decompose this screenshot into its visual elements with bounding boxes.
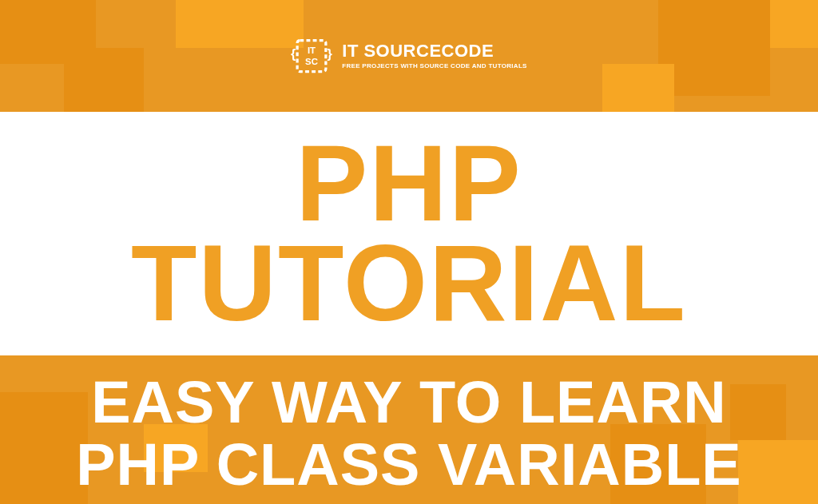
svg-text:SC: SC	[305, 57, 318, 66]
brand-icon: IT SC { }	[291, 35, 332, 77]
subtitle-line1: EASY WAY TO LEARN	[91, 371, 727, 434]
svg-text:{: {	[291, 46, 296, 61]
subtitle-section: EASY WAY TO LEARN PHP CLASS VARIABLE	[0, 355, 818, 504]
svg-text:IT: IT	[308, 46, 316, 55]
svg-text:}: }	[328, 46, 332, 61]
brand-name: IT SOURCECODE	[342, 42, 526, 60]
main-title-line2: TUTORIAL	[131, 234, 687, 333]
main-title-line1: PHP	[296, 134, 522, 233]
main-title-band: PHP TUTORIAL	[0, 112, 818, 355]
header: IT SC { } IT SOURCECODE FREE PROJECTS WI…	[0, 0, 818, 112]
brand-text: IT SOURCECODE FREE PROJECTS WITH SOURCE …	[342, 42, 526, 69]
tutorial-banner: IT SC { } IT SOURCECODE FREE PROJECTS WI…	[0, 0, 818, 504]
brand-logo: IT SC { } IT SOURCECODE FREE PROJECTS WI…	[291, 35, 526, 77]
subtitle-line2: PHP CLASS VARIABLE	[76, 434, 741, 496]
brand-tagline: FREE PROJECTS WITH SOURCE CODE AND TUTOR…	[342, 62, 526, 69]
